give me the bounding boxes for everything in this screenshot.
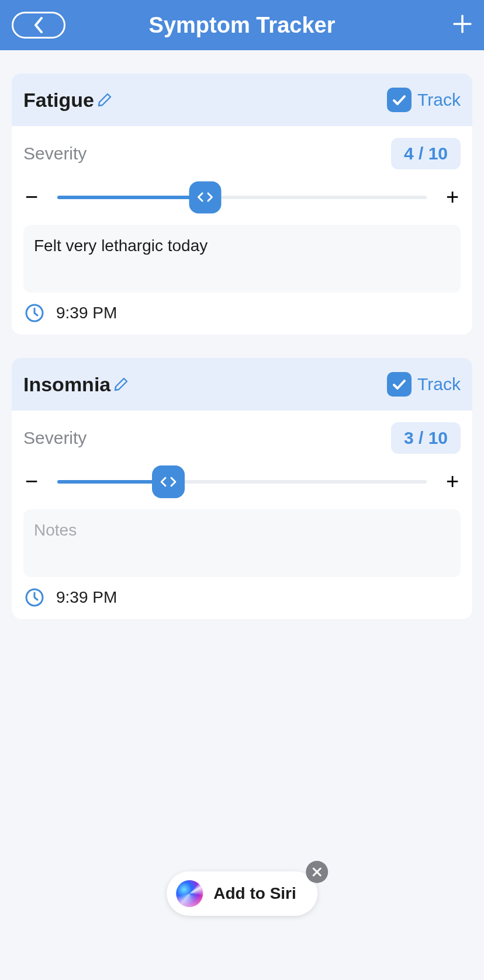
symptom-time: 9:39 PM (56, 304, 117, 322)
pencil-icon (113, 376, 129, 392)
symptom-card-body: Severity 3 / 10 − + 9:39 (12, 411, 472, 619)
plus-icon (452, 14, 472, 34)
siri-close-button[interactable] (306, 861, 328, 883)
symptom-card-body: Severity 4 / 10 − + Felt very lethargic … (12, 126, 472, 335)
symptom-time: 9:39 PM (56, 588, 117, 607)
track-label: Track (417, 90, 461, 110)
severity-row: Severity 3 / 10 (23, 422, 461, 454)
notes-box (23, 509, 461, 577)
severity-slider-row: − + (23, 185, 461, 210)
decrease-severity-button[interactable]: − (23, 185, 40, 210)
severity-row: Severity 4 / 10 (23, 138, 461, 169)
add-button[interactable] (452, 14, 472, 36)
severity-slider-thumb[interactable] (152, 465, 185, 498)
check-icon (391, 376, 407, 392)
content-area: Fatigue Track Severity 4 / 10 − (0, 50, 484, 619)
severity-slider-track[interactable] (57, 480, 427, 484)
severity-slider-thumb[interactable] (189, 181, 221, 213)
severity-label: Severity (23, 144, 87, 164)
edit-symptom-button[interactable] (96, 92, 113, 108)
back-button[interactable] (12, 12, 65, 39)
symptom-card-header: Insomnia Track (12, 358, 472, 411)
severity-value-badge: 3 / 10 (391, 422, 461, 454)
symptom-card: Fatigue Track Severity 4 / 10 − (12, 74, 472, 335)
page-title: Symptom Tracker (149, 13, 336, 38)
clock-icon (25, 303, 44, 323)
notes-box: Felt very lethargic today (23, 225, 461, 293)
symptom-name: Fatigue (23, 89, 94, 112)
severity-value-badge: 4 / 10 (391, 138, 461, 169)
track-checkbox[interactable] (387, 88, 412, 112)
symptom-title-wrap: Insomnia (23, 373, 129, 396)
severity-slider-fill (57, 196, 205, 199)
add-to-siri-button[interactable]: Add to Siri (167, 871, 317, 916)
symptom-card-header: Fatigue Track (12, 74, 472, 126)
time-row[interactable]: 9:39 PM (23, 588, 461, 607)
track-toggle-wrap: Track (387, 88, 461, 112)
app-header: Symptom Tracker (0, 0, 484, 50)
siri-label: Add to Siri (213, 884, 296, 903)
symptom-name: Insomnia (23, 373, 110, 396)
severity-slider-row: − + (23, 469, 461, 494)
slider-grip-icon (158, 475, 178, 489)
severity-slider-track[interactable] (57, 196, 427, 199)
check-icon (391, 92, 407, 108)
notes-input[interactable]: Felt very lethargic today (34, 237, 450, 279)
chevron-left-icon (33, 17, 44, 33)
severity-label: Severity (23, 428, 87, 448)
increase-severity-button[interactable]: + (444, 185, 461, 210)
time-row[interactable]: 9:39 PM (23, 303, 461, 323)
symptom-title-wrap: Fatigue (23, 89, 113, 112)
close-icon (312, 867, 322, 877)
track-checkbox[interactable] (387, 372, 412, 397)
siri-icon (176, 880, 203, 907)
symptom-card: Insomnia Track Severity 3 / 10 − (12, 358, 472, 619)
slider-grip-icon (195, 190, 215, 204)
notes-input[interactable] (34, 521, 450, 563)
clock-icon (25, 588, 44, 607)
increase-severity-button[interactable]: + (444, 469, 461, 494)
pencil-icon (96, 92, 113, 108)
edit-symptom-button[interactable] (113, 376, 129, 392)
track-label: Track (417, 374, 461, 394)
track-toggle-wrap: Track (387, 372, 461, 397)
decrease-severity-button[interactable]: − (23, 469, 40, 494)
